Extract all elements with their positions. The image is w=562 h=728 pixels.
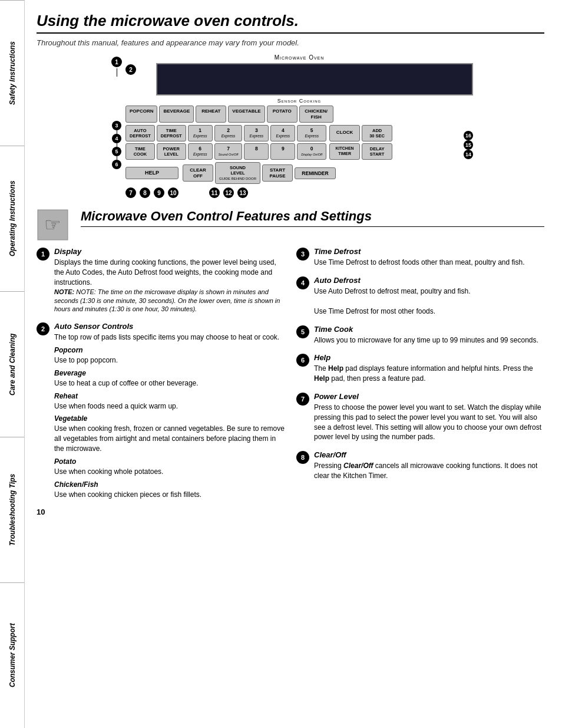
btn-beverage[interactable]: Beverage xyxy=(159,106,194,123)
btn-kitchen-timer[interactable]: KitchenTimer xyxy=(329,143,360,160)
sidebar-item-consumer[interactable]: Consumer Support xyxy=(0,582,24,728)
callout-5-diagram: 5 xyxy=(112,147,121,156)
callout-9-diagram: 9 xyxy=(154,187,164,198)
feature-item-5: 5 Time Cook Allows you to microwave for … xyxy=(296,325,544,345)
callout-3-diagram: 3 xyxy=(112,121,121,130)
feature-content-1: Display Displays the time during cooking… xyxy=(54,247,285,314)
btn-9[interactable]: 9 xyxy=(270,143,295,160)
btn-popcorn[interactable]: Popcorn xyxy=(125,106,157,123)
btn-help[interactable]: Help xyxy=(125,167,178,179)
sub-body-beverage: Use to heat a cup of coffee or other bev… xyxy=(54,378,285,388)
feature-heading-time-cook: Time Cook xyxy=(314,325,544,334)
btn-vegetable[interactable]: Vegetable xyxy=(228,106,265,123)
feature-item-7: 7 Power Level Press to choose the power … xyxy=(296,392,544,442)
feature-content-3: Time Defrost Use Time Defrost to defrost… xyxy=(314,247,544,268)
callout-2-diagram: 2 xyxy=(125,64,136,75)
svg-text:☞: ☞ xyxy=(44,214,61,235)
btn-reminder[interactable]: Reminder xyxy=(295,167,336,179)
btn-delay-start[interactable]: DelayStart xyxy=(362,143,392,160)
feature-body-power-level: Press to choose the power level you want… xyxy=(314,403,544,442)
callout-15-diagram: 15 xyxy=(464,140,473,150)
btn-time-defrost[interactable]: TimeDefrost xyxy=(157,125,186,141)
callout-14-diagram: 14 xyxy=(464,150,473,159)
feature-content-4: Auto Defrost Use Auto Defrost to defrost… xyxy=(314,276,544,316)
btn-5[interactable]: 5Express xyxy=(297,125,326,141)
sub-body-vegetable: Use when cooking fresh, frozen or canned… xyxy=(54,424,285,453)
feature-item-8: 8 Clear/Off Pressing Clear/Off cancels a… xyxy=(296,450,544,481)
btn-start-pause[interactable]: StartPause xyxy=(262,164,293,182)
features-section: ☞ Microwave Oven Control Features and Se… xyxy=(37,209,544,516)
feature-heading-auto-sensor: Auto Sensor Controls xyxy=(54,322,285,331)
features-title: Microwave Oven Control Features and Sett… xyxy=(81,209,544,227)
feature-heading-clear-off: Clear/Off xyxy=(314,450,544,459)
feature-content-6: Help The Help pad displays feature infor… xyxy=(314,353,544,384)
sub-heading-beverage: Beverage xyxy=(54,369,285,377)
sub-heading-chicken-fish: Chicken/Fish xyxy=(54,480,285,489)
btn-3[interactable]: 3Express xyxy=(244,125,269,141)
btn-power-level[interactable]: PowerLevel xyxy=(157,143,186,160)
btn-auto-defrost[interactable]: AutoDefrost xyxy=(125,125,155,141)
btn-clear-off[interactable]: ClearOff xyxy=(183,164,213,182)
feature-callout-5: 5 xyxy=(296,325,309,338)
feature-body-clear-off: Pressing Clear/Off cancels all microwave… xyxy=(314,461,544,481)
callout-12-diagram: 12 xyxy=(223,187,234,198)
btn-time-cook[interactable]: TimeCook xyxy=(125,143,155,160)
sub-heading-vegetable: Vegetable xyxy=(54,414,285,423)
btn-chicken-fish[interactable]: Chicken/Fish xyxy=(299,106,333,123)
callout-8-diagram: 8 xyxy=(140,187,150,198)
feature-body-auto-sensor: The top row of pads lists specific items… xyxy=(54,332,285,342)
sidebar-item-care[interactable]: Care and Cleaning xyxy=(0,291,24,437)
feature-body-auto-defrost: Use Auto Defrost to defrost meat, poultr… xyxy=(314,286,544,316)
page-number: 10 xyxy=(37,508,285,516)
btn-4[interactable]: 4Express xyxy=(270,125,295,141)
sensor-cooking-label: Sensor Cooking xyxy=(125,98,473,104)
btn-reheat[interactable]: Reheat xyxy=(196,106,226,123)
btn-clock[interactable]: Clock xyxy=(329,125,360,141)
callout-7-diagram: 7 xyxy=(125,187,136,198)
callout-10-diagram: 10 xyxy=(168,187,178,198)
page-subtitle: Throughout this manual, features and app… xyxy=(37,38,544,47)
sub-heading-potato: Potato xyxy=(54,457,285,466)
feature-item-2: 2 Auto Sensor Controls The top row of pa… xyxy=(37,322,285,499)
feature-item-4: 4 Auto Defrost Use Auto Defrost to defro… xyxy=(296,276,544,316)
feature-callout-3: 3 xyxy=(296,248,309,261)
feature-callout-2: 2 xyxy=(37,322,49,335)
feature-item-1: 1 Display Displays the time during cooki… xyxy=(37,247,285,314)
feature-body-display: Displays the time during cooking functio… xyxy=(54,258,285,287)
callout-11-diagram: 11 xyxy=(209,187,220,198)
btn-2[interactable]: 2Express xyxy=(214,125,243,141)
sub-body-potato: Use when cooking whole potatoes. xyxy=(54,467,285,477)
feature-body-time-cook: Allows you to microwave for any time up … xyxy=(314,335,544,345)
sidebar: Safety Instructions Operating Instructio… xyxy=(0,0,25,728)
page-title: Using the microwave oven controls. xyxy=(37,12,544,30)
callout-1: 1 xyxy=(111,57,122,67)
btn-7[interactable]: 7Sound On/Off xyxy=(214,143,243,160)
sidebar-item-operating[interactable]: Operating Instructions xyxy=(0,146,24,291)
sidebar-item-safety[interactable]: Safety Instructions xyxy=(0,0,24,146)
feature-heading-display: Display xyxy=(54,247,285,256)
btn-1[interactable]: 1Express xyxy=(188,125,213,141)
features-left-col: 1 Display Displays the time during cooki… xyxy=(37,247,285,516)
btn-sound-level[interactable]: SoundLevelGuide Behind Door xyxy=(215,162,260,184)
sub-heading-popcorn: Popcorn xyxy=(54,346,285,354)
feature-content-7: Power Level Press to choose the power le… xyxy=(314,392,544,442)
btn-6[interactable]: 6Express xyxy=(188,143,213,160)
btn-add30sec[interactable]: Add30 Sec xyxy=(362,125,392,141)
feature-heading-help: Help xyxy=(314,353,544,362)
feature-callout-7: 7 xyxy=(296,393,309,406)
features-header: ☞ Microwave Oven Control Features and Se… xyxy=(37,209,544,241)
sidebar-item-troubleshooting[interactable]: Troubleshooting Tips xyxy=(0,437,24,582)
feature-callout-8: 8 xyxy=(296,451,309,464)
feature-content-8: Clear/Off Pressing Clear/Off cancels all… xyxy=(314,450,544,481)
btn-0[interactable]: 0Display On/Off xyxy=(297,143,326,160)
feature-body-help: The Help pad displays feature informatio… xyxy=(314,364,544,384)
btn-potato[interactable]: Potato xyxy=(267,106,297,123)
feature-heading-power-level: Power Level xyxy=(314,392,544,401)
btn-8[interactable]: 8 xyxy=(244,143,269,160)
feature-body-time-defrost: Use Time Defrost to defrost foods other … xyxy=(314,258,544,268)
feature-content-5: Time Cook Allows you to microwave for an… xyxy=(314,325,544,345)
sub-body-chicken-fish: Use when cooking chicken pieces or fish … xyxy=(54,490,285,500)
sub-body-popcorn: Use to pop popcorn. xyxy=(54,355,285,365)
sub-body-reheat: Use when foods need a quick warm up. xyxy=(54,401,285,411)
main-content: Using the microwave oven controls. Throu… xyxy=(25,0,562,528)
